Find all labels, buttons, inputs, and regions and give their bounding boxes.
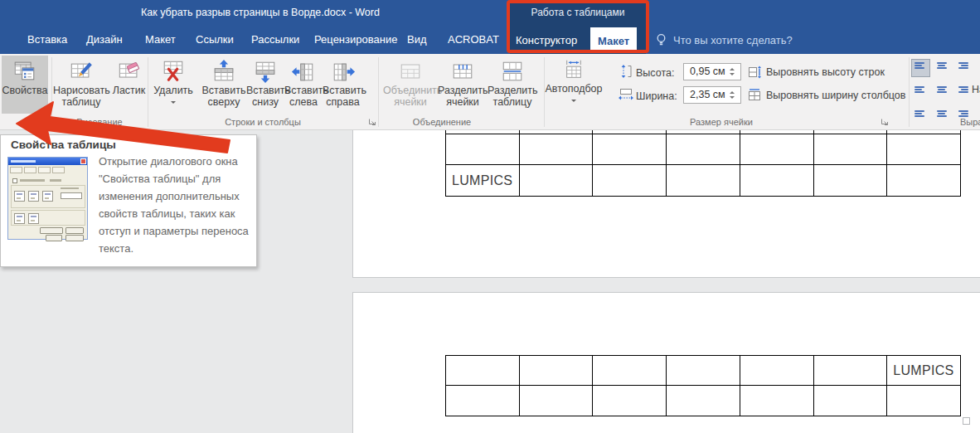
align-button-7[interactable] (933, 103, 950, 119)
table-cell[interactable] (740, 386, 814, 416)
split-cells-button[interactable]: Разделить ячейки (438, 56, 488, 114)
distribute-columns-icon (748, 89, 761, 102)
tooltip-title: Свойства таблицы (11, 139, 116, 151)
height-input[interactable]: 0,95 см (683, 63, 741, 80)
align-button-4[interactable] (933, 81, 950, 98)
group-divider (909, 57, 910, 127)
insert-above-button[interactable]: Вставить сверху (201, 56, 246, 114)
table-resize-handle[interactable] (963, 417, 970, 425)
table-cell[interactable] (667, 165, 740, 197)
table-cell[interactable] (740, 134, 814, 165)
align-button-6[interactable] (912, 103, 929, 119)
word-window: Как убрать разрыв страницы в Ворде.docx … (0, 0, 980, 433)
table-cell[interactable] (814, 356, 888, 386)
align-button-1[interactable] (933, 60, 950, 76)
delete-button[interactable]: Удалить (152, 56, 195, 114)
table-cell[interactable] (593, 356, 667, 386)
table-cell[interactable] (520, 134, 594, 165)
group-label-alignment: Выравнивание (960, 117, 980, 127)
table-cell[interactable] (814, 386, 888, 416)
insert-left-icon (291, 59, 316, 84)
table-cell[interactable] (593, 386, 667, 416)
insert-below-icon (253, 59, 278, 84)
dialog-launcher-icon[interactable] (368, 118, 377, 127)
table-cell[interactable] (520, 165, 594, 197)
autofit-button[interactable]: Автоподбор (541, 56, 607, 114)
lightbulb-icon (655, 33, 667, 47)
group-label-merge: Объединение (390, 117, 494, 127)
table-cell[interactable] (593, 165, 667, 197)
insert-below-button[interactable]: Вставить снизу (246, 56, 284, 114)
table-cell[interactable] (740, 165, 814, 197)
align-button-0[interactable] (912, 60, 929, 76)
group-divider (148, 57, 148, 127)
main-tab-6[interactable]: Вид (407, 33, 427, 46)
draw-table-button[interactable]: Нарисовать таблицу (53, 56, 109, 114)
tell-me[interactable]: Что вы хотите сделать? (655, 33, 793, 47)
main-tab-5[interactable]: Рецензирование (314, 33, 397, 46)
distribute-rows-button[interactable]: Выровнять высоту строк (748, 64, 885, 80)
align-button-5[interactable] (953, 81, 971, 98)
table-cell[interactable] (814, 165, 888, 197)
insert-right-icon (331, 59, 356, 84)
insert-right-button[interactable]: Вставить справа (323, 56, 363, 114)
main-tab-7[interactable]: ACROBAT (448, 33, 499, 46)
table-cell[interactable] (520, 386, 594, 416)
width-input[interactable]: 2,35 см (683, 86, 741, 104)
height-label: Высота: (636, 67, 674, 79)
tab-design[interactable]: Конструктор (516, 34, 577, 46)
group-divider (378, 57, 379, 127)
align-button-3[interactable] (912, 81, 929, 98)
height-spinner[interactable] (730, 66, 737, 78)
group-label-cell-size: Размер ячейки (671, 117, 772, 127)
table-cell[interactable] (667, 356, 740, 386)
title-bar: Как убрать разрыв страницы в Ворде.docx … (0, 0, 980, 25)
ribbon-tab-bar: ВставкаДизайнМакетСсылкиРассылкиРецензир… (0, 25, 980, 54)
insert-above-icon (211, 59, 236, 84)
table-cell[interactable] (667, 134, 740, 165)
tooltip-body: Открытие диалогового окна "Свойства табл… (99, 153, 251, 257)
insert-left-button[interactable]: Вставить слева (284, 56, 323, 114)
tab-layout-active[interactable]: Макет (590, 27, 637, 53)
document-table-1: LUMPICS (445, 134, 961, 197)
main-tab-2[interactable]: Макет (145, 33, 176, 46)
split-table-button[interactable]: Разделить таблицу (488, 56, 537, 114)
ribbon: Свойства Нарисовать таблицу (0, 54, 980, 130)
width-spinner[interactable] (730, 89, 737, 101)
table-cell[interactable] (593, 134, 667, 165)
align-button-2[interactable] (953, 60, 971, 76)
context-group-label: Работа с таблицами (510, 7, 646, 18)
autofit-icon (562, 59, 585, 82)
eraser-icon (117, 59, 142, 84)
main-tab-1[interactable]: Дизайн (86, 33, 123, 46)
table-properties-button[interactable]: Свойства (2, 56, 48, 114)
delete-table-icon (161, 59, 186, 84)
table-cell[interactable] (520, 356, 594, 386)
main-tab-4[interactable]: Рассылки (251, 33, 299, 46)
main-tab-3[interactable]: Ссылки (196, 33, 234, 46)
table-cell[interactable] (887, 165, 961, 197)
table-cell[interactable] (446, 386, 520, 416)
main-tab-0[interactable]: Вставка (27, 33, 67, 46)
text-direction-button-partial[interactable]: Направление (972, 84, 980, 95)
group-label-rows-columns: Строки и столбцы (205, 117, 321, 127)
split-table-icon (500, 59, 525, 84)
table-cell[interactable] (740, 356, 814, 386)
group-label-drawing: Рисование (70, 117, 129, 127)
draw-table-icon (69, 59, 94, 84)
eraser-button[interactable]: Ластик (110, 56, 148, 114)
table-properties-icon (12, 59, 37, 84)
table-cell[interactable] (887, 386, 961, 416)
table-cell[interactable] (887, 134, 961, 165)
table-cell[interactable] (667, 386, 740, 416)
split-cells-icon (450, 59, 475, 84)
table-cell[interactable]: LUMPICS (446, 165, 520, 197)
distribute-columns-button[interactable]: Выровнять ширину столбцов (748, 87, 905, 104)
document-table-2: LUMPICS (445, 355, 961, 416)
table-cell[interactable] (446, 134, 520, 165)
dropdown-caret (571, 100, 576, 105)
table-cell[interactable] (814, 134, 888, 165)
dialog-launcher-icon[interactable] (881, 118, 890, 127)
table-cell[interactable] (446, 356, 520, 386)
table-cell[interactable]: LUMPICS (887, 356, 961, 386)
